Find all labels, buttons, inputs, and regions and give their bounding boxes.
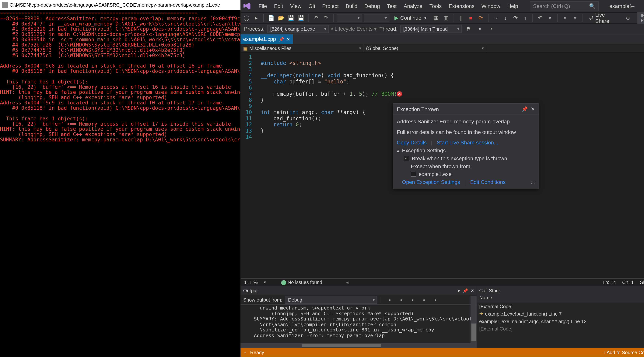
add-source-control[interactable]: ↑ Add to Source Control ▴: [603, 350, 644, 355]
tool-icon-3[interactable]: ↶: [536, 14, 544, 22]
popup-close-icon[interactable]: ✕: [531, 106, 535, 112]
window-maximize[interactable]: ☐: [640, 0, 644, 12]
restart-icon[interactable]: ⟳: [476, 14, 485, 22]
menu-project[interactable]: Project: [319, 1, 342, 11]
menu-extensions[interactable]: Extensions: [446, 1, 478, 11]
tool-icon-4[interactable]: ▫: [546, 14, 554, 22]
continue-button[interactable]: ▶ Continue▾: [391, 13, 430, 23]
output-text: unwind mechanism, swapcontext or vfork (…: [240, 304, 476, 348]
live-share-button[interactable]: ⇄ Live Share: [586, 12, 621, 24]
output-vscroll[interactable]: [470, 296, 476, 343]
tab-filename: example1.cpp: [243, 36, 276, 42]
config-dropdown[interactable]: [336, 14, 362, 22]
status-ready: Ready: [250, 350, 264, 355]
stack-frame-icon[interactable]: ▫: [476, 24, 484, 33]
menu-test[interactable]: Test: [384, 1, 400, 11]
menu-debug[interactable]: Debug: [361, 1, 383, 11]
output-tool-3[interactable]: ▫: [408, 295, 417, 304]
callstack-name-header[interactable]: Name: [476, 295, 644, 302]
output-tool-4[interactable]: ▫: [420, 295, 428, 304]
editor-status-line: 111 %▾ ⬤ No issues found ◂ Ln: 14 Ch: 1 …: [240, 278, 644, 286]
tool-icon-5[interactable]: ▫: [561, 14, 569, 22]
menu-window[interactable]: Window: [478, 1, 504, 11]
copy-details-link[interactable]: Copy Details: [397, 140, 426, 146]
output-panel: Output ▾ 📌 ✕ Show output from: Debug ▫ ▫…: [240, 286, 476, 348]
code-editor[interactable]: 1 2 3 4 5 6 7 8 9 10 11 12 13 14 #includ…: [240, 52, 644, 278]
nav-member-dropdown[interactable]: [486, 44, 644, 52]
menu-analyze[interactable]: Analyze: [400, 1, 426, 11]
new-file-icon[interactable]: 📄: [267, 14, 275, 22]
process-dropdown[interactable]: [8264] example1.exe: [267, 25, 328, 33]
resize-grip-icon[interactable]: ⸬: [531, 179, 535, 185]
open-exception-settings-link[interactable]: Open Exception Settings: [402, 179, 460, 185]
feedback-icon[interactable]: ☺: [624, 14, 632, 22]
output-pin-icon[interactable]: 📌: [462, 288, 468, 293]
menu-view[interactable]: View: [287, 1, 304, 11]
output-clear-icon[interactable]: ▫: [431, 295, 440, 304]
undo-icon[interactable]: ↶: [312, 14, 320, 22]
menu-tools[interactable]: Tools: [426, 1, 444, 11]
tool-icon-6[interactable]: ▫: [571, 14, 579, 22]
error-indicator-icon[interactable]: ✕: [397, 92, 402, 97]
break-checkbox[interactable]: [404, 156, 409, 161]
edit-conditions-link[interactable]: Edit Conditions: [470, 179, 506, 185]
exception-popup: Exception Thrown 📌 ✕ Address Sanitizer E…: [393, 103, 538, 189]
exception-settings-expander[interactable]: ▴ Exception Settings: [393, 146, 538, 154]
callstack-row[interactable]: [External Code]: [476, 325, 644, 332]
callstack-row[interactable]: [External Code]: [476, 302, 644, 310]
show-next-icon[interactable]: →: [491, 14, 500, 22]
callstack-row[interactable]: example1.exe!main(int argc, char * * arg…: [476, 317, 644, 325]
menu-git[interactable]: Git: [305, 1, 318, 11]
step-into-icon[interactable]: ↓: [501, 14, 510, 22]
issues-label[interactable]: No issues found: [288, 280, 322, 285]
popup-pin-icon[interactable]: 📌: [522, 106, 528, 112]
exe-checkbox[interactable]: [411, 172, 416, 177]
menu-help[interactable]: Help: [504, 1, 521, 11]
callstack-row-current[interactable]: ➜ example1.exe!bad_function() Line 7C++: [476, 310, 644, 317]
menu-file[interactable]: File: [256, 1, 270, 11]
menu-edit[interactable]: Edit: [271, 1, 286, 11]
stop-icon[interactable]: ■: [466, 14, 475, 22]
search-icon: 🔍: [589, 3, 596, 9]
tool-icon-1[interactable]: ▦: [432, 14, 440, 22]
flag-icon[interactable]: ⚑: [464, 24, 473, 33]
vs-logo-icon: [243, 2, 251, 10]
step-over-icon[interactable]: ↷: [512, 14, 520, 22]
line-indicator[interactable]: Ln: 14: [602, 280, 616, 285]
window-minimize[interactable]: ─: [625, 0, 640, 12]
output-hscroll[interactable]: [240, 343, 476, 348]
char-indicator[interactable]: Ch: 1: [622, 280, 634, 285]
thread-dropdown[interactable]: [33644] Main Thread: [400, 25, 462, 33]
output-tool-1[interactable]: ▫: [386, 295, 394, 304]
exe-label: example1.exe: [419, 171, 452, 177]
play-icon: ▶: [394, 15, 398, 21]
nav-project-dropdown[interactable]: ▣ Miscellaneous Files: [240, 44, 364, 52]
step-out-icon[interactable]: ↑: [521, 14, 529, 22]
collapse-icon: ▴: [397, 148, 400, 154]
document-tab[interactable]: example1.cpp 📌 ✕: [240, 34, 292, 44]
spaces-indicator[interactable]: SPC: [640, 280, 644, 285]
pause-icon[interactable]: ‖: [457, 14, 465, 22]
thread-icon[interactable]: ▫: [487, 24, 496, 33]
output-close-icon[interactable]: ✕: [470, 288, 474, 293]
nav-fwd-icon[interactable]: ▸: [252, 14, 260, 22]
output-tool-2[interactable]: ▫: [397, 295, 406, 304]
close-tab-icon[interactable]: ✕: [286, 37, 290, 42]
console-icon: [2, 2, 8, 8]
tool-icon-2[interactable]: ▥: [442, 14, 450, 22]
search-input[interactable]: Search (Ctrl+Q) 🔍: [530, 1, 599, 11]
output-source-dropdown[interactable]: Debug: [285, 296, 377, 304]
platform-dropdown[interactable]: [364, 14, 389, 22]
nav-scope-dropdown[interactable]: (Global Scope): [364, 44, 486, 52]
open-icon[interactable]: 📂: [277, 14, 285, 22]
start-liveshare-link[interactable]: Start Live Share session...: [437, 140, 498, 146]
menu-build[interactable]: Build: [342, 1, 360, 11]
lifecycle-label[interactable]: Lifecycle Events: [334, 26, 372, 32]
output-dropdown-icon[interactable]: ▾: [458, 288, 460, 293]
nav-back-icon[interactable]: ◯: [242, 14, 250, 22]
save-icon[interactable]: 💾: [287, 14, 295, 22]
save-all-icon[interactable]: 💾: [297, 14, 305, 22]
pin-icon[interactable]: 📌: [279, 37, 284, 42]
redo-icon[interactable]: ↷: [322, 14, 330, 22]
zoom-level[interactable]: 111 %: [244, 280, 258, 285]
